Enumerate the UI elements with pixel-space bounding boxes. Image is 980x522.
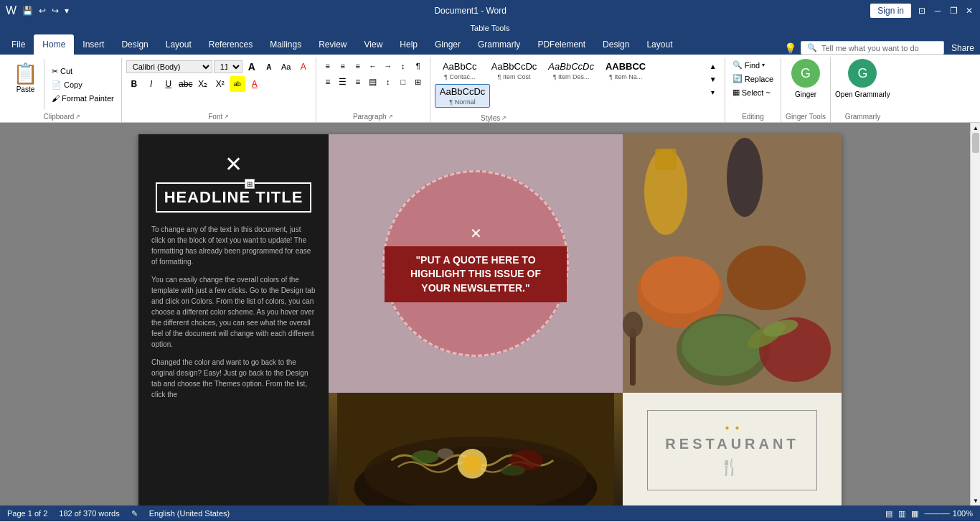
align-left-button[interactable]: ≡ — [321, 75, 335, 89]
tab-layout2[interactable]: Layout — [638, 34, 681, 55]
borders-button[interactable]: ⊞ — [411, 75, 425, 89]
tell-me-input[interactable]: 🔍 Tell me what you want to do — [801, 41, 944, 55]
shrink-font-button[interactable]: A — [261, 59, 277, 75]
copy-button[interactable]: 📄 Copy — [49, 79, 117, 91]
language[interactable]: English (United States) — [149, 509, 230, 518]
body-para3[interactable]: Changed the color and want to go back to… — [151, 357, 316, 400]
multilevel-button[interactable]: ≡ — [351, 59, 365, 73]
paste-icon: 📋 — [13, 62, 38, 85]
font-expand-icon[interactable]: ↗ — [224, 113, 229, 120]
clear-formatting-button[interactable]: A — [296, 59, 311, 75]
minimize-button[interactable]: ─ — [933, 6, 943, 16]
left-panel[interactable]: ✕ HEADLINE TITLE To change any of the te… — [138, 134, 329, 505]
style-item-itemdesc[interactable]: AaBbCcDc ¶ Item Des... — [543, 59, 599, 83]
style-item-itemcost[interactable]: AaBbCcDc ¶ Item Cost — [486, 59, 542, 83]
select-button[interactable]: ▦ Select ~ — [730, 86, 773, 98]
selection-handle[interactable]: ⊞ — [245, 179, 255, 189]
sort-button[interactable]: ↕ — [396, 59, 410, 73]
restore-button[interactable]: ❐ — [948, 6, 958, 16]
style-item-contact[interactable]: AaBbCc ¶ Contac... — [435, 59, 485, 83]
align-right-button[interactable]: ≡ — [351, 75, 365, 89]
shading-button[interactable]: □ — [396, 75, 410, 89]
paste-button[interactable]: 📋 Paste — [7, 59, 44, 110]
grow-font-button[interactable]: A — [244, 59, 260, 75]
italic-button[interactable]: I — [143, 76, 159, 92]
tab-ginger[interactable]: Ginger — [426, 34, 469, 55]
strikethrough-button[interactable]: abc — [178, 76, 194, 92]
align-center-button[interactable]: ☰ — [336, 75, 350, 89]
style-item-normal[interactable]: AaBbCcDc ¶ Normal — [435, 84, 491, 108]
view-print-icon[interactable]: ▤ — [885, 509, 892, 518]
numbering-button[interactable]: ≡ — [336, 59, 350, 73]
tab-references[interactable]: References — [200, 34, 261, 55]
save-button[interactable]: 💾 — [21, 6, 34, 16]
decrease-indent-button[interactable]: ← — [366, 59, 380, 73]
bullets-button[interactable]: ≡ — [321, 59, 335, 73]
restaurant-name[interactable]: RESTAURANT — [665, 436, 798, 452]
share-button[interactable]: Share — [951, 43, 974, 53]
ginger-button[interactable]: G — [791, 59, 820, 88]
underline-button[interactable]: U — [161, 76, 176, 92]
styles-scroll-down[interactable]: ▼ — [707, 73, 719, 85]
tab-insert[interactable]: Insert — [74, 34, 113, 55]
styles-scroll-up[interactable]: ▲ — [707, 60, 719, 72]
justify-button[interactable]: ▤ — [366, 75, 380, 89]
format-painter-button[interactable]: 🖌 Format Painter — [49, 93, 117, 104]
tab-layout[interactable]: Layout — [157, 34, 200, 55]
close-button[interactable]: ✕ — [964, 6, 974, 16]
bold-button[interactable]: B — [126, 76, 142, 92]
paragraph-expand-icon[interactable]: ↗ — [388, 113, 393, 120]
tab-pdfelement[interactable]: PDFelement — [529, 34, 594, 55]
tab-home[interactable]: Home — [34, 34, 74, 55]
view-read-icon[interactable]: ▦ — [911, 509, 918, 518]
tab-view[interactable]: View — [356, 34, 392, 55]
font-size-select[interactable]: 11 — [214, 60, 242, 73]
scroll-up-arrow[interactable]: ▲ — [971, 123, 980, 133]
superscript-button[interactable]: X² — [212, 76, 228, 92]
scroll-thumb[interactable] — [972, 133, 979, 153]
tab-mailings[interactable]: Mailings — [261, 34, 310, 55]
tab-review[interactable]: Review — [310, 34, 355, 55]
tab-help[interactable]: Help — [391, 34, 426, 55]
grammarly-button[interactable]: G — [848, 59, 877, 88]
pink-circle[interactable]: ✕ "PUT A QUOTE HERE TO HIGHLIGHT THIS IS… — [382, 170, 569, 357]
style-item-itemname[interactable]: AABBCC ¶ Item Na... — [600, 59, 651, 83]
tab-file[interactable]: File — [3, 34, 34, 55]
body-para2[interactable]: You can easily change the overall colors… — [151, 274, 316, 350]
undo-button[interactable]: ↩ — [37, 6, 47, 16]
find-button[interactable]: 🔍 Find ▾ — [730, 59, 768, 71]
font-color-button[interactable]: A — [247, 76, 263, 92]
center-top[interactable]: ✕ "PUT A QUOTE HERE TO HIGHLIGHT THIS IS… — [329, 134, 623, 393]
change-case-button[interactable]: Aa — [278, 59, 294, 75]
font-label: Font ↗ — [126, 111, 311, 122]
edit-icon[interactable]: ✎ — [131, 509, 138, 518]
styles-expand[interactable]: ▾ — [707, 86, 719, 98]
subscript-button[interactable]: X₂ — [195, 76, 211, 92]
zoom-slider[interactable]: ───── 100% — [924, 509, 973, 518]
redo-button[interactable]: ↪ — [50, 6, 60, 16]
find-icon: 🔍 — [732, 60, 743, 70]
scroll-down-arrow[interactable]: ▼ — [971, 495, 980, 505]
view-web-icon[interactable]: ▥ — [898, 509, 905, 518]
quote-text[interactable]: "PUT A QUOTE HERE TO HIGHLIGHT THIS ISSU… — [385, 246, 567, 303]
customize-button[interactable]: ▾ — [63, 6, 70, 16]
tab-design2[interactable]: Design — [594, 34, 638, 55]
headline-title[interactable]: HEADLINE TITLE — [156, 182, 312, 213]
tab-grammarly[interactable]: Grammarly — [469, 34, 529, 55]
styles-expand-icon[interactable]: ↗ — [501, 115, 507, 121]
document-page[interactable]: ⊞ ✕ HEADLINE TITLE To change any of the … — [138, 134, 842, 505]
font-family-select[interactable]: Calibri (Body) — [126, 60, 212, 73]
tab-design[interactable]: Design — [113, 34, 156, 55]
replace-button[interactable]: 🔄 Replace — [730, 73, 776, 85]
show-paragraph-button[interactable]: ¶ — [411, 59, 425, 73]
signin-button[interactable]: Sign in — [870, 4, 911, 18]
text-highlight-button[interactable]: ab — [230, 76, 245, 92]
cut-button[interactable]: ✂ Cut — [49, 65, 117, 78]
vertical-scrollbar[interactable]: ▲ ▼ — [970, 123, 980, 505]
bottom-right[interactable]: ● ● RESTAURANT 🍴 — [623, 393, 842, 505]
layout-toggle-button[interactable]: ⊡ — [917, 6, 927, 16]
body-para1[interactable]: To change any of the text in this docume… — [151, 224, 316, 267]
line-spacing-button[interactable]: ↕ — [381, 75, 395, 89]
clipboard-expand-icon[interactable]: ↗ — [75, 113, 80, 120]
increase-indent-button[interactable]: → — [381, 59, 395, 73]
